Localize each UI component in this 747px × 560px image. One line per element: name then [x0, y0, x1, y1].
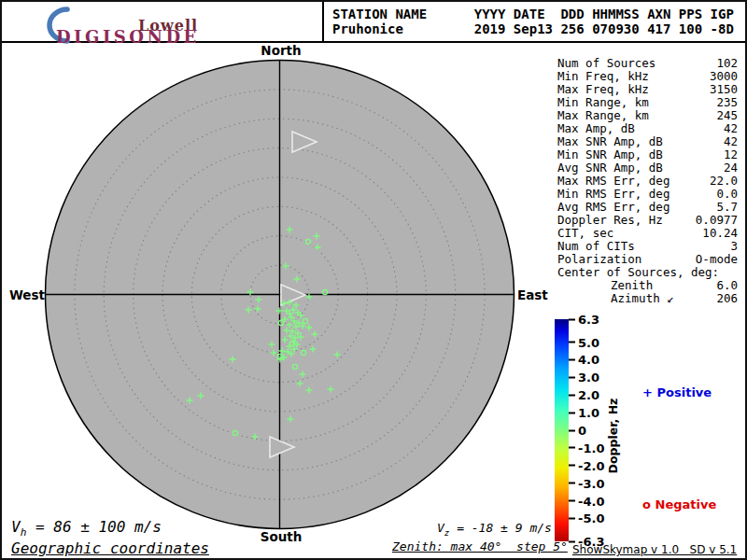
stat-label: Avg RMS Err, deg	[557, 201, 669, 214]
stat-label: Min Freq, kHz	[557, 70, 649, 83]
stat-label: Polarization	[557, 253, 641, 266]
colorbar-tick-mark	[569, 342, 575, 343]
stat-row: Max Amp, dB42	[557, 122, 738, 135]
legend-positive: + Positive	[626, 371, 712, 413]
negative-marker-icon: o	[642, 497, 651, 511]
colorbar-tick-label: 6.3	[578, 313, 599, 327]
stat-label: Max RMS Err, deg	[557, 175, 669, 188]
stat-value: 235	[716, 96, 738, 109]
colorbar-tick-label: 4.0	[578, 353, 599, 367]
stat-label: Max SNR Amp, dB	[557, 135, 663, 148]
stat-row: Max SNR Amp, dB42	[557, 135, 738, 148]
stat-value: 24	[724, 161, 738, 175]
stat-value: 3150	[710, 83, 738, 96]
stat-value: 3000	[710, 70, 738, 83]
stat-row: Max Range, km245	[557, 109, 738, 122]
stat-label: Azimuth ↙	[611, 292, 674, 305]
stat-label: Min Range, km	[557, 96, 649, 109]
stat-value: 22.0	[710, 175, 738, 188]
header-divider	[322, 2, 324, 41]
compass-label-south: South	[253, 529, 309, 544]
colorbar-tick-label: -1.0	[578, 441, 604, 455]
colorbar-tick: 2.0	[569, 388, 599, 402]
stat-value: 245	[716, 109, 738, 122]
colorbar-tick-label: -4.0	[578, 494, 604, 508]
colorbar-tick-mark	[569, 483, 575, 484]
colorbar-tick: 0	[569, 424, 586, 438]
stat-label: Center of Sources, deg:	[557, 266, 719, 279]
stat-value: 10.24	[702, 227, 738, 240]
stat-row: Min RMS Err, deg0.0	[557, 188, 738, 201]
legend-negative: o Negative	[626, 483, 716, 525]
colorbar-tick: -2.0	[569, 458, 604, 472]
colorbar-tick-mark	[569, 376, 575, 378]
vertical-velocity-readout: Vz = -18 ± 9 m/s	[437, 521, 552, 538]
showskymap-window: Lowell DIGISONDE STATION NAME YYYY DATE …	[0, 0, 747, 560]
stat-row: Avg SNR Amp, dB24	[557, 161, 738, 175]
stat-label: CIT, sec	[557, 227, 613, 240]
colorbar-tick: -5.0	[569, 511, 604, 525]
stat-row: Azimuth ↙206	[557, 292, 738, 305]
colorbar-tick: 3.0	[569, 371, 599, 385]
stat-label: Min RMS Err, deg	[557, 188, 669, 201]
stat-row: Max Freq, kHz3150	[557, 83, 738, 96]
colorbar-tick-label: -2.0	[578, 458, 604, 472]
stat-row: Min Freq, kHz3000	[557, 70, 738, 83]
colorbar-tick-label: 3.0	[578, 371, 599, 385]
stat-label: Num of CITs	[557, 240, 635, 253]
stat-row: CIT, sec10.24	[557, 227, 738, 240]
station-table-header: STATION NAME YYYY DATE DDD HHMMSS AXN PP…	[332, 7, 734, 21]
stat-value: 0.0	[716, 188, 738, 201]
stat-row: Zenith6.0	[557, 279, 738, 292]
stat-value: 12	[724, 148, 738, 161]
stat-value: 0.0977	[696, 214, 738, 227]
stat-value: 102	[716, 57, 738, 70]
logo-digisonde-text: DIGISONDE	[56, 27, 200, 47]
colorbar-tick-mark	[569, 394, 575, 396]
stat-value: 6.0	[716, 279, 738, 292]
stat-row: Num of Sources102	[557, 57, 738, 70]
stat-value: O-mode	[696, 253, 738, 266]
colorbar-tick-label: 1.0	[578, 406, 599, 420]
version-credit: ShowSkymap v 1.0 SD v 5.1	[572, 543, 737, 556]
legend-positive-text: Positive	[657, 385, 712, 399]
zenith-scale-note: Zenith: max 40° step 5°	[392, 539, 568, 553]
colorbar-tick-label: 0	[578, 424, 586, 438]
stat-value: 42	[724, 135, 738, 148]
stat-row: Num of CITs3	[557, 240, 738, 253]
stat-label: Min SNR Amp, dB	[557, 148, 663, 161]
compass-label-west: West	[7, 287, 45, 302]
colorbar-tick-mark	[569, 465, 575, 467]
stat-value: 42	[724, 122, 738, 135]
stat-row: Avg RMS Err, deg5.7	[557, 201, 738, 214]
colorbar-tick-mark	[569, 517, 575, 519]
colorbar-tick: 1.0	[569, 406, 599, 420]
stat-label: Max Range, km	[557, 109, 649, 122]
colorbar-axis-label: Doppler, Hz	[606, 399, 620, 474]
stat-label: Max Freq, kHz	[557, 83, 649, 96]
stat-label: Zenith	[611, 279, 653, 292]
colorbar-tick-mark	[569, 500, 575, 502]
statistics-panel: Num of Sources102Min Freq, kHz3000Max Fr…	[557, 57, 738, 305]
colorbar-tick: -3.0	[569, 476, 604, 490]
colorbar-tick-mark	[569, 540, 575, 542]
stat-value: 206	[716, 292, 738, 305]
stat-label: Num of Sources	[557, 57, 655, 70]
colorbar-tick-label: -3.0	[578, 476, 604, 490]
legend-negative-text: Negative	[655, 497, 717, 511]
colorbar-tick: 6.3	[569, 313, 599, 327]
coordinate-system-label: Geographic coordinates	[11, 539, 209, 557]
stat-label: Doppler Res, Hz	[557, 214, 663, 227]
stat-row: Min SNR Amp, dB12	[557, 148, 738, 161]
stat-value: 3	[730, 240, 738, 253]
colorbar-tick: 4.0	[569, 353, 599, 367]
stat-value: 5.7	[716, 201, 738, 214]
compass-label-east: East	[517, 287, 555, 302]
colorbar-tick: 5.0	[569, 335, 599, 349]
colorbar-tick-mark	[569, 447, 575, 449]
horizontal-velocity-readout: Vh = 86 ± 100 m/s	[11, 518, 162, 539]
stat-row: Min Range, km235	[557, 96, 738, 109]
colorbar-tick-label: -5.0	[578, 511, 604, 525]
stat-row: Center of Sources, deg:	[557, 266, 738, 279]
colorbar-tick: -1.0	[569, 441, 604, 455]
